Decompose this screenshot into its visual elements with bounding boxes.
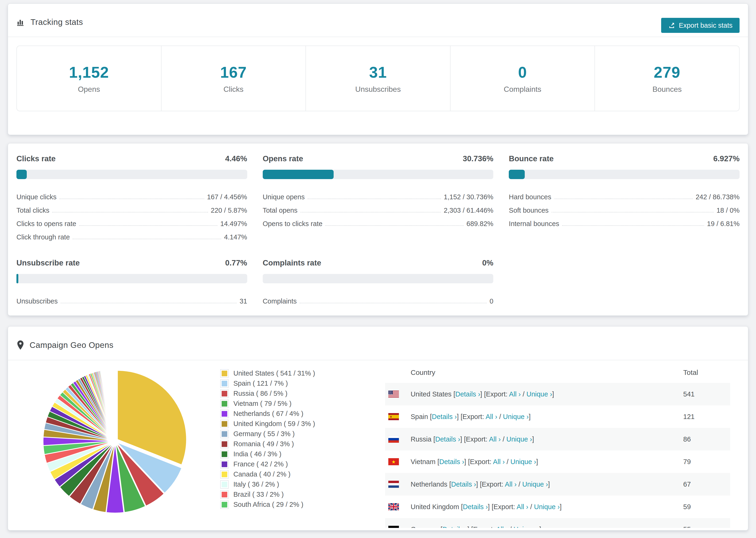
geo-table-country-cell: Vietnam [Details ›] [Export: All › / Uni… — [411, 458, 683, 466]
details-link-nl[interactable]: Details › — [451, 480, 476, 488]
geo-table-total-cell: 79 — [683, 458, 730, 466]
legend-swatch — [220, 470, 229, 479]
geo-table-row-ru: Russia [Details ›] [Export: All › / Uniq… — [385, 428, 730, 451]
details-link-ru[interactable]: Details › — [435, 435, 460, 443]
export-basic-stats-button[interactable]: Export basic stats — [661, 18, 739, 33]
export-unique-link-ru[interactable]: Unique › — [507, 435, 532, 443]
legend-item-russia[interactable]: Russia ( 86 / 5% ) — [220, 389, 326, 399]
legend-item-romania[interactable]: Romania ( 49 / 3% ) — [220, 439, 326, 449]
rate-progress-fill — [17, 274, 18, 283]
legend-item-brazil[interactable]: Brazil ( 33 / 2% ) — [220, 489, 326, 500]
details-link-de[interactable]: Details › — [442, 525, 467, 528]
legend-item-spain[interactable]: Spain ( 121 / 7% ) — [220, 378, 326, 389]
geo-opens-pie-chart[interactable] — [33, 365, 192, 520]
rate-detail-row: Unique clicks167 / 4.456% — [17, 188, 247, 201]
rates-card: Clicks rate4.46%Unique clicks167 / 4.456… — [8, 143, 748, 316]
details-link-vn[interactable]: Details › — [439, 458, 464, 465]
dotted-leader — [79, 225, 217, 226]
dotted-leader — [554, 198, 693, 199]
geo-table-country-cell: Germany [Details ›] [Export: All › / Uni… — [411, 525, 683, 528]
rate-progress-bar — [263, 274, 494, 283]
legend-label: Spain ( 121 / 7% ) — [233, 380, 288, 387]
geo-table-header-total: Total — [683, 368, 730, 377]
flag-nl-icon — [385, 481, 411, 488]
geo-table-row-de: Germany [Details ›] [Export: All › / Uni… — [385, 518, 730, 528]
export-all-link-nl[interactable]: All › — [505, 480, 516, 488]
rate-detail-row: Total opens2,303 / 61.446% — [263, 201, 494, 214]
legend-item-united-states[interactable]: United States ( 541 / 31% ) — [220, 368, 326, 378]
export-all-link-us[interactable]: All › — [509, 390, 521, 398]
rate-progress-fill — [263, 170, 334, 179]
legend-item-canada[interactable]: Canada ( 40 / 2% ) — [220, 469, 326, 479]
export-unique-link-us[interactable]: Unique › — [526, 390, 552, 398]
rate-detail-label: Total clicks — [17, 207, 49, 214]
rate-value: 0.77% — [225, 258, 247, 267]
geo-opens-table: CountryTotalUnited States [Details ›] [E… — [385, 362, 730, 528]
pie-legend: United States ( 541 / 31% )Spain ( 121 /… — [209, 360, 326, 528]
geo-pie-wrap — [17, 360, 209, 528]
summary-stat-label: Clicks — [224, 85, 243, 94]
summary-stat-value: 0 — [518, 63, 527, 81]
legend-swatch — [220, 480, 229, 489]
legend-label: United Kingdom ( 59 / 3% ) — [233, 420, 315, 428]
rate-detail-value: 31 — [240, 297, 247, 305]
legend-item-italy[interactable]: Italy ( 36 / 2% ) — [220, 479, 326, 489]
legend-label: India ( 46 / 3% ) — [233, 450, 282, 458]
details-link-us[interactable]: Details › — [455, 390, 480, 398]
export-unique-link-es[interactable]: Unique › — [503, 413, 529, 420]
export-all-link-ru[interactable]: All › — [489, 435, 501, 443]
geo-table-total-cell: 86 — [683, 435, 730, 443]
legend-swatch — [220, 460, 229, 468]
details-link-es[interactable]: Details › — [432, 413, 457, 420]
geo-table-row-us: United States [Details ›] [Export: All ›… — [385, 383, 730, 405]
rate-detail-value: 1,152 / 30.736% — [444, 193, 493, 201]
summary-stat-value: 31 — [369, 63, 387, 81]
legend-item-netherlands[interactable]: Netherlands ( 67 / 4% ) — [220, 409, 326, 419]
export-all-link-de[interactable]: All › — [496, 525, 508, 528]
legend-item-germany[interactable]: Germany ( 55 / 3% ) — [220, 429, 326, 439]
rate-detail-value: 220 / 5.87% — [211, 207, 247, 214]
summary-stats-row: 1,152Opens167Clicks31Unsubscribes0Compla… — [17, 45, 739, 111]
campaign-geo-opens-card: Campaign Geo Opens United States ( 541 /… — [8, 326, 748, 530]
rate-detail-value: 18 / 0% — [717, 207, 739, 214]
export-all-link-gb[interactable]: All › — [516, 503, 528, 511]
flag-ru-icon — [385, 436, 411, 443]
geo-table-country-cell: Netherlands [Details ›] [Export: All › /… — [411, 480, 683, 488]
legend-item-south-africa[interactable]: South Africa ( 29 / 2% ) — [220, 500, 326, 510]
export-unique-link-nl[interactable]: Unique › — [522, 480, 548, 488]
geo-table-total-cell: 59 — [683, 503, 730, 511]
dotted-leader — [300, 212, 441, 212]
rate-detail-value: 4.147% — [224, 233, 247, 241]
legend-swatch — [220, 450, 229, 458]
rate-progress-bar — [263, 170, 494, 179]
export-unique-link-gb[interactable]: Unique › — [534, 503, 560, 511]
dotted-leader — [307, 198, 441, 199]
rate-detail-label: Hard bounces — [509, 193, 551, 201]
dotted-leader — [325, 225, 464, 226]
export-all-link-es[interactable]: All › — [486, 413, 497, 420]
export-unique-link-de[interactable]: Unique › — [513, 525, 539, 528]
legend-item-vietnam[interactable]: Vietnam ( 79 / 5% ) — [220, 399, 326, 409]
export-unique-link-vn[interactable]: Unique › — [511, 458, 536, 465]
legend-label: Russia ( 86 / 5% ) — [233, 390, 287, 398]
legend-item-united-kingdom[interactable]: United Kingdom ( 59 / 3% ) — [220, 419, 326, 429]
rate-detail-label: Internal bounces — [509, 220, 559, 228]
export-icon — [668, 22, 675, 29]
geo-table-row-gb: United Kingdom [Details ›] [Export: All … — [385, 496, 730, 518]
rate-section-bounce-rate: Bounce rate6.927%Hard bounces242 / 86.73… — [509, 154, 739, 241]
rate-detail-value: 2,303 / 61.446% — [444, 207, 493, 214]
legend-item-india[interactable]: India ( 46 / 3% ) — [220, 449, 326, 459]
summary-stat-label: Unsubscribes — [355, 85, 401, 94]
dotted-leader — [61, 303, 237, 303]
geo-table-header-row: CountryTotal — [385, 362, 730, 383]
details-link-gb[interactable]: Details › — [463, 503, 488, 511]
dotted-leader — [562, 225, 704, 226]
rate-title: Complaints rate — [263, 258, 321, 267]
legend-item-france[interactable]: France ( 42 / 2% ) — [220, 459, 326, 469]
legend-swatch — [220, 389, 229, 398]
export-all-link-vn[interactable]: All › — [493, 458, 505, 465]
bar-chart-icon — [17, 18, 26, 27]
rate-detail-label: Unsubscribes — [17, 297, 58, 305]
rate-value: 4.46% — [225, 154, 247, 163]
geo-table-country-cell: United States [Details ›] [Export: All ›… — [411, 390, 683, 398]
